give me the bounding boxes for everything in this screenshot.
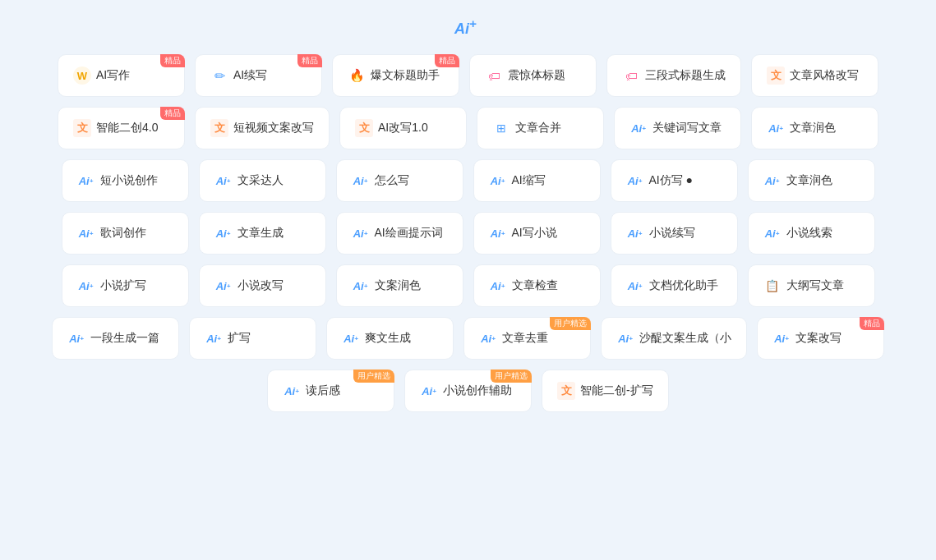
- ai-plus-icon: Ai+: [626, 172, 644, 190]
- ai-plus-icon: Ai+: [352, 277, 370, 295]
- tag-icon: 🏷: [485, 67, 503, 85]
- card-shock-title[interactable]: 🏷震惊体标题: [469, 54, 597, 97]
- badge: 精品: [160, 107, 185, 120]
- ai-plus-icon: Ai+: [767, 119, 785, 137]
- ai-plus-icon: Ai+: [489, 277, 507, 295]
- w-orange-icon: 文: [767, 67, 785, 85]
- pen-icon: ✏: [210, 67, 228, 85]
- grid-row-2: Ai+短小说创作Ai+文采达人Ai+怎么写Ai+AI缩写Ai+AI仿写 ●Ai+…: [25, 159, 911, 202]
- w-orange-icon: 文: [73, 119, 91, 137]
- ai-plus-icon: Ai+: [214, 224, 233, 242]
- ai-plus-icon: Ai+: [479, 329, 497, 347]
- badge: 用户精选: [491, 370, 532, 383]
- card-label-novel-clue: 小说线索: [786, 226, 832, 241]
- card-label-fun-gen: 爽文生成: [365, 331, 411, 346]
- card-label-ai-rewrite: AI改写1.0: [378, 121, 428, 135]
- card-label-copy-rewrite: 文案改写: [795, 331, 841, 346]
- card-ai-novel-write[interactable]: Ai+AI写小说: [473, 212, 601, 255]
- card-smart-expand[interactable]: 文智能二创-扩写: [542, 370, 669, 412]
- card-label-doc-optimize: 文档优化助手: [649, 278, 718, 293]
- card-label-short-video: 短视频文案改写: [233, 121, 314, 135]
- card-short-novel[interactable]: Ai+短小说创作: [62, 159, 189, 202]
- ai-plus-icon: Ai+: [772, 329, 791, 347]
- card-ai-imitate[interactable]: Ai+AI仿写 ●: [611, 159, 738, 202]
- card-label-three-title: 三段式标题生成: [645, 68, 726, 83]
- card-doc-optimize[interactable]: Ai+文档优化助手: [611, 264, 738, 307]
- card-novel-rewrite[interactable]: Ai+小说改写: [199, 264, 326, 307]
- card-label-ai-draw-prompt: AI绘画提示词: [375, 226, 443, 241]
- card-label-ai-continue: AI续写: [233, 68, 267, 83]
- card-novel-assist[interactable]: 用户精选Ai+小说创作辅助: [404, 370, 532, 412]
- card-label-article-style: 文章风格改写: [790, 68, 859, 83]
- card-ai-continue[interactable]: 精品✏AI续写: [195, 54, 322, 97]
- grid-row-5: Ai+一段生成一篇Ai+扩写Ai+爽文生成用户精选Ai+文章去重Ai+沙醍文案生…: [25, 317, 911, 360]
- card-one-para[interactable]: Ai+一段生成一篇: [52, 317, 179, 360]
- ai-plus-icon: Ai+: [214, 172, 233, 190]
- card-label-novel-expand: 小说扩写: [100, 278, 146, 293]
- card-article-polish2[interactable]: Ai+文章润色: [748, 159, 875, 202]
- card-novel-expand[interactable]: Ai+小说扩写: [62, 264, 189, 307]
- card-label-headline-helper: 爆文标题助手: [371, 68, 440, 83]
- ai-plus-icon: Ai+: [489, 224, 507, 242]
- grid-row-1: 精品文智能二创4.0文短视频文案改写文AI改写1.0⊞文章合并Ai+关键词写文章…: [25, 107, 911, 149]
- card-label-how-write: 怎么写: [375, 173, 409, 188]
- card-headline-helper[interactable]: 精品🔥爆文标题助手: [332, 54, 459, 97]
- card-label-reading-feel: 读后感: [306, 383, 340, 398]
- card-literary[interactable]: Ai+文采达人: [199, 159, 326, 202]
- ai-plus-icon: Ai+: [77, 277, 95, 295]
- card-novel-continue[interactable]: Ai+小说续写: [611, 212, 738, 255]
- ai-plus-icon: Ai+: [420, 382, 438, 400]
- title-ai-icon: Ai+: [454, 16, 477, 38]
- card-label-shock-title: 震惊体标题: [508, 68, 565, 83]
- card-label-short-novel: 短小说创作: [100, 173, 158, 188]
- card-article-merge[interactable]: ⊞文章合并: [477, 107, 604, 149]
- card-label-one-para: 一段生成一篇: [90, 331, 159, 346]
- grid-row-3: Ai+歌词创作Ai+文章生成Ai+AI绘画提示词Ai+AI写小说Ai+小说续写A…: [25, 212, 911, 255]
- card-label-article-gen: 文章生成: [237, 226, 284, 241]
- card-article-style[interactable]: 文文章风格改写: [751, 54, 878, 97]
- card-article-polish[interactable]: Ai+文章润色: [751, 107, 878, 149]
- card-smart-create[interactable]: 精品文智能二创4.0: [58, 107, 185, 149]
- card-article-gen[interactable]: Ai+文章生成: [199, 212, 326, 255]
- card-copy-rewrite[interactable]: 精品Ai+文案改写: [757, 317, 884, 360]
- fire-icon: 🔥: [348, 67, 366, 85]
- card-label-article-merge: 文章合并: [515, 121, 561, 135]
- badge: 精品: [860, 317, 884, 330]
- card-label-copy-polish: 文案润色: [375, 278, 421, 293]
- ai-plus-icon: Ai+: [67, 329, 85, 347]
- card-article-dedup[interactable]: 用户精选Ai+文章去重: [463, 317, 591, 360]
- card-copy-polish[interactable]: Ai+文案润色: [336, 264, 463, 307]
- card-ai-rewrite[interactable]: 文AI改写1.0: [339, 107, 467, 149]
- ai-plus-icon: Ai+: [77, 172, 95, 190]
- card-novel-clue[interactable]: Ai+小说线索: [748, 212, 875, 255]
- ai-plus-icon: Ai+: [342, 329, 360, 347]
- card-label-ai-imitate: AI仿写 ●: [649, 173, 694, 188]
- card-outline-write[interactable]: 📋大纲写文章: [748, 264, 875, 307]
- card-label-expand: 扩写: [228, 331, 251, 346]
- badge: 精品: [160, 54, 185, 67]
- card-expand[interactable]: Ai+扩写: [189, 317, 316, 360]
- card-lyric[interactable]: Ai+歌词创作: [62, 212, 189, 255]
- card-keyword-write[interactable]: Ai+关键词写文章: [614, 107, 741, 149]
- card-label-article-polish: 文章润色: [790, 121, 836, 135]
- card-label-ai-novel-write: AI写小说: [512, 226, 557, 241]
- card-sha-copy[interactable]: Ai+沙醍文案生成（小: [601, 317, 747, 360]
- card-ai-shorten[interactable]: Ai+AI缩写: [473, 159, 601, 202]
- card-article-check[interactable]: Ai+文章检查: [473, 264, 601, 307]
- card-reading-feel[interactable]: 用户精选Ai+读后感: [267, 370, 394, 412]
- card-how-write[interactable]: Ai+怎么写: [336, 159, 463, 202]
- card-short-video[interactable]: 文短视频文案改写: [195, 107, 330, 149]
- card-fun-gen[interactable]: Ai+爽文生成: [326, 317, 454, 360]
- grid-row-6: 用户精选Ai+读后感用户精选Ai+小说创作辅助文智能二创-扩写: [25, 370, 911, 412]
- card-label-outline-write: 大纲写文章: [786, 278, 844, 293]
- card-ai-write[interactable]: 精品WAI写作: [58, 54, 185, 97]
- card-three-title[interactable]: 🏷三段式标题生成: [606, 54, 741, 97]
- card-ai-draw-prompt[interactable]: Ai+AI绘画提示词: [336, 212, 463, 255]
- ai-plus-icon: Ai+: [763, 224, 782, 242]
- card-label-ai-write: AI写作: [96, 68, 130, 83]
- card-label-article-polish2: 文章润色: [786, 173, 832, 188]
- card-label-sha-copy: 沙醍文案生成（小: [639, 331, 731, 346]
- ai-plus-icon: Ai+: [283, 382, 301, 400]
- card-label-ai-shorten: AI缩写: [512, 173, 546, 188]
- grid-row-0: 精品WAI写作精品✏AI续写精品🔥爆文标题助手🏷震惊体标题🏷三段式标题生成文文章…: [25, 54, 911, 97]
